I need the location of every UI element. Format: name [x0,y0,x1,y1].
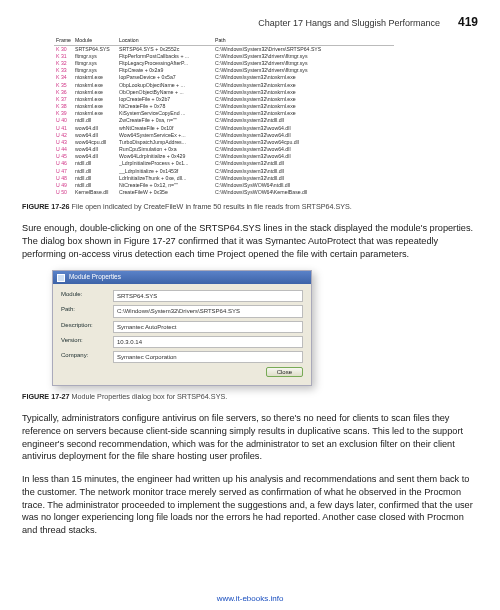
table-row: U 49ntdll.dllNtCreateFile + 0x12, n=""C:… [54,182,394,189]
table-row: U 47ntdll.dll__LdrpInitialize + 0x1453fC… [54,168,394,175]
dialog-icon [57,274,65,282]
table-row: K 36ntoskrnl.exeObOpenObjectByName + ...… [54,89,394,96]
close-button[interactable]: Close [266,367,303,377]
dialog-title-text: Module Properties [69,273,121,282]
table-row: U 50KernelBase.dllCreateFileW + 0x35eC:\… [54,189,394,196]
property-value: Symantec Corporation [113,351,303,363]
table-row: K 38ntoskrnl.exeNtCreateFile + 0x78C:\Wi… [54,103,394,110]
chapter-label: Chapter 17 Hangs and Sluggish Performanc… [258,17,440,29]
property-label: Description: [61,321,113,333]
figure-17-26-caption: FIGURE 17-26 File open indicated by Crea… [22,202,478,212]
table-row: K 33fltmgr.sysFltpCreate + 0x2a9C:\Windo… [54,67,394,74]
col-path: Path [213,37,394,46]
property-label: Module: [61,290,113,302]
table-row: K 35ntoskrnl.exeObpLookupObjectName + ..… [54,82,394,89]
table-row: K 32fltmgr.sysFltpLegacyProcessingAfterP… [54,60,394,67]
footer-link[interactable]: www.it-ebooks.info [217,594,284,603]
table-row: U 40ntdll.dllZwCreateFile + 0xa, n=""C:\… [54,117,394,124]
table-row: U 43wow64cpu.dllTurboDispatchJumpAddres.… [54,139,394,146]
dialog-body: Module:SRTSP64.SYSPath:C:\Windows\System… [53,284,311,385]
property-value: C:\Windows\System32\Drivers\SRTSP64.SYS [113,305,303,317]
table-row: U 41wow64.dllwhNtCreateFile + 0x10fC:\Wi… [54,125,394,132]
property-value: 10.3.0.14 [113,336,303,348]
table-row: U 45wow64.dllWow64LdrpInitialize + 0x429… [54,153,394,160]
property-value: SRTSP64.SYS [113,290,303,302]
property-label: Path: [61,305,113,317]
table-row: U 44wow64.dllRunCpuSimulation + 0xaC:\Wi… [54,146,394,153]
paragraph-3: In less than 15 minutes, the engineer ha… [22,473,478,536]
footer: www.it-ebooks.info [0,593,500,604]
property-row: Path:C:\Windows\System32\Drivers\SRTSP64… [61,305,303,317]
table-row: K 30SRTSP64.SYSSRTSP64.SYS + 0x2552cC:\W… [54,45,394,53]
col-module: Module [73,37,117,46]
property-row: Module:SRTSP64.SYS [61,290,303,302]
table-row: K 31fltmgr.sysFltpPerformPostCallbacks +… [54,53,394,60]
table-row: U 48ntdll.dllLdrInitializeThunk + 0xe, d… [54,175,394,182]
table-row: U 42wow64.dllWow64SystemServiceEx +...C:… [54,132,394,139]
page-number: 419 [458,14,478,31]
figure-17-27-caption: FIGURE 17-27 Module Properties dialog bo… [22,392,478,402]
dialog-titlebar: Module Properties [53,271,311,284]
stack-trace-table: Frame Module Location Path K 30SRTSP64.S… [54,37,394,197]
module-properties-dialog: Module Properties Module:SRTSP64.SYSPath… [52,270,312,386]
property-row: Description:Symantec AutoProtect [61,321,303,333]
property-label: Company: [61,351,113,363]
paragraph-2: Typically, administrators configure anti… [22,412,478,463]
property-value: Symantec AutoProtect [113,321,303,333]
property-row: Company:Symantec Corporation [61,351,303,363]
table-row: K 39ntoskrnl.exeKiSystemServiceCopyEnd .… [54,110,394,117]
col-frame: Frame [54,37,73,46]
property-label: Version: [61,336,113,348]
paragraph-1: Sure enough, double-clicking on one of t… [22,222,478,260]
property-row: Version:10.3.0.14 [61,336,303,348]
col-location: Location [117,37,213,46]
table-row: K 37ntoskrnl.exeIopCreateFile + 0x2b7C:\… [54,96,394,103]
table-row: K 34ntoskrnl.exeIopParseDevice + 0x5a7C:… [54,74,394,81]
table-row: U 46ntdll.dll_LdrpInitializeProcess + 0x… [54,160,394,167]
